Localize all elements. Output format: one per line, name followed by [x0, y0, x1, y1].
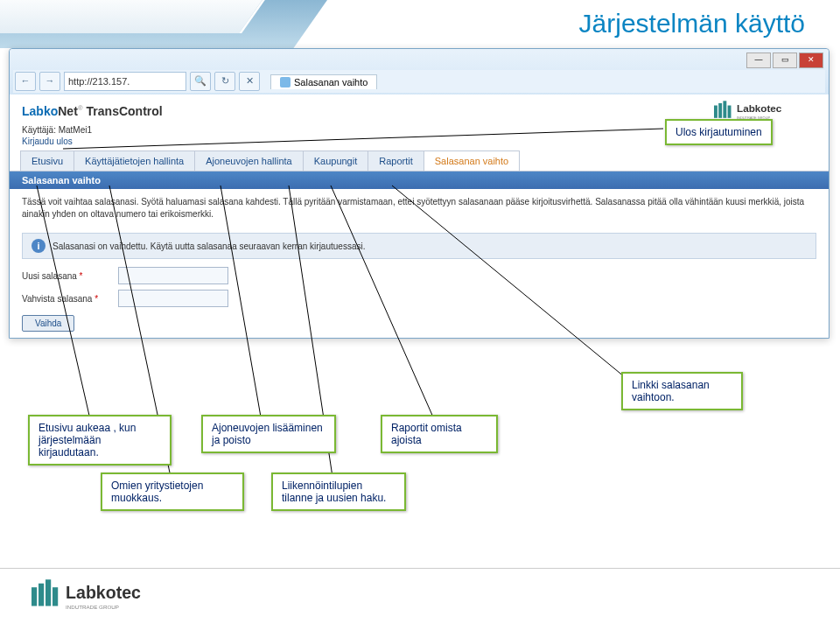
callout-logout: Ulos kirjautuminen [665, 119, 773, 145]
label-confirm-password: Vahvista salasana * [22, 294, 118, 304]
brand-part2: Net [58, 104, 78, 118]
section-title: Salasanan vaihto [10, 172, 829, 189]
minimize-button[interactable]: — [746, 52, 771, 68]
svg-rect-3 [728, 106, 732, 118]
footer-labkotec-logo: Labkotec INDUTRADE GROUP [32, 578, 172, 614]
svg-rect-13 [32, 587, 37, 606]
callout-permits: Liikennöintilupien tilanne ja uusien hak… [271, 472, 406, 511]
brand-reg: ® [78, 104, 83, 112]
browser-toolbar: ← → http://213.157. 🔍 ↻ ✕ Salasanan vaih… [13, 70, 825, 93]
svg-rect-16 [52, 587, 58, 606]
slide-title: Järjestelmän käyttö [579, 9, 805, 38]
tab-raportit[interactable]: Raportit [368, 150, 424, 171]
tab-ajoneuvot[interactable]: Ajoneuvojen hallinta [194, 150, 303, 171]
submit-button[interactable]: Vaihda [22, 315, 74, 332]
tab-etusivu[interactable]: Etusivu [20, 150, 74, 171]
maximize-button[interactable]: ▭ [773, 52, 797, 68]
callout-reports: Raportit omista ajoista [381, 415, 498, 453]
tab-title: Salasanan vaihto [294, 77, 368, 88]
product-brand: LabkoNet® TransControl [22, 104, 163, 118]
form-row-new-password: Uusi salasana * [10, 264, 829, 287]
svg-text:Labkotec: Labkotec [737, 102, 782, 114]
info-banner: i Salasanasi on vaihdettu. Käytä uutta s… [22, 233, 816, 259]
user-label: Käyttäjä: [22, 125, 56, 135]
browser-tab[interactable]: Salasanan vaihto [270, 74, 377, 89]
section-description: Tässä voit vaihtaa salasanasi. Syötä hal… [10, 189, 829, 228]
info-icon: i [32, 239, 46, 253]
label-new-password: Uusi salasana * [22, 271, 118, 281]
address-bar[interactable]: http://213.157. [64, 72, 186, 91]
search-icon[interactable]: 🔍 [190, 72, 211, 91]
favicon-icon [280, 77, 290, 88]
brand-product: TransControl [87, 104, 163, 118]
input-confirm-password[interactable] [118, 290, 228, 307]
browser-window: — ▭ ✕ ← → http://213.157. 🔍 ↻ ✕ Salasana… [9, 48, 830, 339]
callout-frontpage: Etusivu aukeaa , kun järjestelmään kirja… [28, 415, 172, 466]
forward-button[interactable]: → [39, 72, 60, 91]
footer-bar: Labkotec INDUTRADE GROUP [0, 568, 840, 623]
brand-part1: Labko [22, 104, 58, 118]
user-name: MatMei1 [59, 125, 92, 135]
window-controls: — ▭ ✕ [13, 51, 825, 70]
logout-link[interactable]: Kirjaudu ulos [22, 136, 73, 146]
callout-password-link: Linkki salasanan vaihtoon. [621, 372, 743, 410]
svg-rect-14 [38, 584, 44, 606]
stop-button[interactable]: ✕ [239, 72, 260, 91]
back-button[interactable]: ← [15, 72, 36, 91]
form-row-confirm-password: Vahvista salasana * [10, 287, 829, 310]
callout-vehicles: Ajoneuvojen lisääminen ja poisto [201, 415, 336, 453]
tabs-row: Etusivu Käyttäjätietojen hallinta Ajoneu… [10, 150, 829, 172]
browser-chrome: — ▭ ✕ ← → http://213.157. 🔍 ↻ ✕ Salasana… [10, 49, 829, 94]
info-banner-text: Salasanasi on vaihdettu. Käytä uutta sal… [52, 242, 365, 251]
tab-kayttajatiedot[interactable]: Käyttäjätietojen hallinta [74, 150, 195, 171]
svg-rect-1 [718, 103, 722, 118]
decor-stripe-2 [0, 0, 271, 33]
refresh-button[interactable]: ↻ [214, 72, 235, 91]
svg-text:INDUTRADE GROUP: INDUTRADE GROUP [66, 604, 119, 610]
svg-rect-0 [714, 106, 718, 118]
svg-rect-15 [46, 579, 51, 606]
tab-salasanan-vaihto[interactable]: Salasanan vaihto [424, 150, 520, 171]
callout-company: Omien yritystietojen muokkaus. [101, 472, 244, 511]
input-new-password[interactable] [118, 267, 228, 284]
svg-rect-2 [723, 101, 726, 118]
tab-kaupungit[interactable]: Kaupungit [303, 150, 369, 171]
svg-text:Labkotec: Labkotec [66, 583, 141, 602]
close-button[interactable]: ✕ [799, 52, 823, 68]
